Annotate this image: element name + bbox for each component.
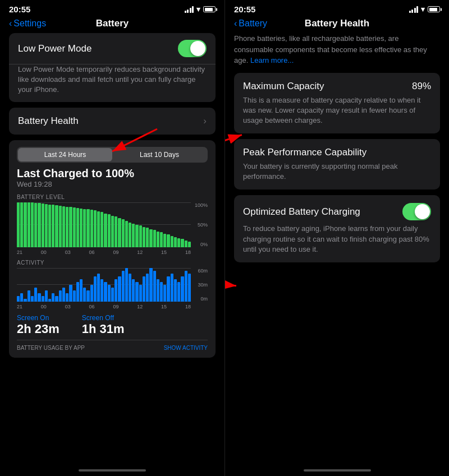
optimized-charging-row: Optimized Battery Charging To reduce bat… — [234, 195, 440, 262]
screen-off-value: 1h 31m — [82, 322, 125, 336]
activity-bars — [17, 268, 191, 302]
status-bar-left: 20:55 ▾ — [0, 0, 224, 16]
chevron-right-icon: › — [203, 115, 207, 127]
low-power-mode-row: Low Power Mode Low Power Mode temporaril… — [9, 33, 216, 102]
segment-control[interactable]: Last 24 Hours Last 10 Days — [17, 147, 208, 163]
back-button-right[interactable]: ‹ Battery — [234, 19, 267, 29]
time-left: 20:55 — [9, 4, 30, 14]
page-title-right: Battery Health — [305, 18, 369, 29]
wifi-icon-right: ▾ — [421, 5, 425, 13]
nav-bar-left: ‹ Settings Battery — [0, 16, 224, 33]
peak-performance-desc: Your battery is currently supporting nor… — [243, 161, 431, 182]
signal-icon-right — [409, 6, 419, 13]
battery-level-label: BATTERY LEVEL — [17, 194, 208, 200]
peak-performance-row: Peak Performance Capability Your battery… — [234, 139, 440, 190]
last-charged-title: Last Charged to 100% — [17, 167, 208, 180]
home-indicator-left — [0, 465, 224, 476]
battery-health-row[interactable]: Battery Health › — [9, 108, 216, 135]
bottom-bar: BATTERY USAGE BY APP SHOW ACTIVITY — [17, 340, 208, 351]
status-icons-left: ▾ — [185, 5, 216, 13]
screen-on-label: Screen On — [17, 314, 59, 322]
low-power-label: Low Power Mode — [18, 43, 91, 54]
nav-bar-right: ‹ Battery Battery Health — [225, 16, 449, 33]
battery-icon-right — [428, 6, 440, 12]
battery-chart: 100% 50% 0% — [17, 202, 208, 247]
low-power-description: Low Power Mode temporarily reduces backg… — [9, 64, 216, 102]
screen-stats: Screen On 2h 23m Screen Off 1h 31m — [17, 314, 208, 336]
battery-usage-label: BATTERY USAGE BY APP — [17, 345, 85, 351]
activity-label: ACTIVITY — [17, 260, 208, 266]
last-charged-sub: Wed 19:28 — [17, 180, 208, 188]
left-panel: 20:55 ▾ ‹ Settings Battery Low Power Mod… — [0, 0, 224, 476]
status-bar-right: 20:55 ▾ — [225, 0, 449, 16]
max-capacity-value: 89% — [412, 81, 431, 92]
max-capacity-label: Maximum Capacity — [243, 81, 324, 92]
battery-health-label: Battery Health — [18, 115, 79, 127]
optimized-charging-label: Optimized Battery Charging — [243, 206, 360, 218]
status-icons-right: ▾ — [409, 5, 441, 13]
time-right: 20:55 — [234, 4, 255, 14]
max-capacity-desc: This is a measure of battery capacity re… — [243, 95, 431, 126]
back-label-right: Battery — [239, 19, 267, 29]
low-power-mode-item: Low Power Mode — [9, 33, 216, 64]
max-capacity-row: Maximum Capacity 89% This is a measure o… — [234, 73, 440, 134]
optimized-charging-desc: To reduce battery aging, iPhone learns f… — [243, 224, 431, 255]
activity-x-labels: 2100030609121518 — [17, 304, 208, 309]
show-activity-button[interactable]: SHOW ACTIVITY — [164, 345, 208, 351]
chart-section: Last 24 Hours Last 10 Days Last Charged … — [9, 140, 216, 358]
screen-off-label: Screen Off — [82, 314, 125, 322]
segment-10d[interactable]: Last 10 Days — [112, 148, 207, 161]
wifi-icon: ▾ — [196, 5, 200, 13]
right-panel: 20:55 ▾ ‹ Battery Battery Health Phone b… — [224, 0, 449, 476]
battery-x-labels: 2100030609121518 — [17, 249, 208, 255]
home-indicator-right — [225, 465, 449, 476]
content-left: Low Power Mode Low Power Mode temporaril… — [0, 33, 224, 463]
peak-performance-label: Peak Performance Capability — [243, 147, 366, 158]
signal-icon — [185, 6, 194, 13]
back-button-left[interactable]: ‹ Settings — [9, 19, 46, 29]
page-title-left: Battery — [96, 18, 129, 29]
optimized-charging-header: Optimized Battery Charging — [243, 203, 431, 220]
chevron-left-icon: ‹ — [9, 19, 12, 29]
peak-performance-header: Peak Performance Capability — [243, 147, 431, 158]
content-right: Phone batteries, like all rechargeable b… — [225, 33, 449, 463]
learn-more-link[interactable]: Learn more... — [250, 56, 294, 64]
back-label-left: Settings — [13, 19, 46, 29]
low-power-toggle[interactable] — [178, 40, 207, 57]
screen-off-stat: Screen Off 1h 31m — [82, 314, 125, 336]
activity-chart: 60m 30m 0m — [17, 268, 208, 302]
optimized-charging-toggle[interactable] — [402, 203, 431, 220]
activity-y-labels: 60m 30m 0m — [192, 268, 208, 302]
segment-24h[interactable]: Last 24 Hours — [18, 148, 112, 161]
battery-bars — [17, 202, 191, 247]
battery-y-labels: 100% 50% 0% — [192, 202, 208, 247]
battery-icon — [203, 6, 216, 12]
chevron-left-icon-right: ‹ — [234, 19, 237, 29]
intro-text: Phone batteries, like all rechargeable b… — [234, 33, 440, 73]
screen-on-stat: Screen On 2h 23m — [17, 314, 59, 336]
screen-on-value: 2h 23m — [17, 322, 59, 336]
max-capacity-header: Maximum Capacity 89% — [243, 81, 431, 92]
